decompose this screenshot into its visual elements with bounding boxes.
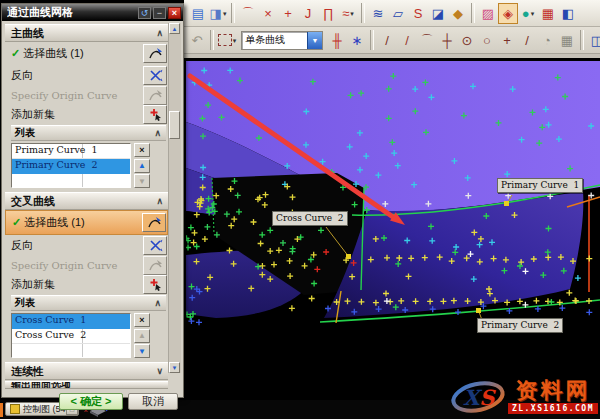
- grid-snap-icon[interactable]: ▦: [557, 30, 577, 51]
- section-primary-curves[interactable]: 主曲线 ∧: [5, 24, 168, 42]
- intersection-point-icon[interactable]: ╫: [327, 30, 347, 51]
- cross-select-curve-row[interactable]: ✓ 选择曲线 (1): [5, 210, 168, 235]
- move-down-button[interactable]: ▼: [134, 174, 150, 188]
- origin-curve-label: Specify Origin Curve: [11, 260, 143, 271]
- handle-primary-curve-2[interactable]: [476, 308, 481, 313]
- scroll-up-icon[interactable]: ▲: [169, 23, 180, 34]
- remove-item-button[interactable]: ×: [134, 143, 150, 157]
- cross-curve-2-label[interactable]: Cross Curve 2: [272, 211, 348, 226]
- rectangle-select-icon[interactable]: ▾: [217, 30, 237, 51]
- studio-surface-icon[interactable]: ▨: [478, 3, 498, 24]
- primary-select-curve-row[interactable]: ✓ 选择曲线 (1): [5, 42, 168, 65]
- join-curve-icon[interactable]: ⌒: [238, 3, 258, 24]
- demo-window-icon[interactable]: ▤: [188, 3, 208, 24]
- add-new-set-button[interactable]: [143, 275, 167, 294]
- dialog-scrollbar[interactable]: ▲ ▼: [168, 23, 181, 373]
- graphics-viewport[interactable]: Cross Curve 2Primary Curve 1Primary Curv…: [186, 58, 600, 400]
- handle-primary-curve-1[interactable]: [504, 201, 509, 206]
- primary-curve-list[interactable]: Primary Curve 1Primary Curve 2: [11, 143, 131, 188]
- snap-point-icon[interactable]: ∗: [347, 30, 367, 51]
- primary-list-header[interactable]: 列表 ∧: [11, 125, 166, 141]
- cross-curve-list[interactable]: Cross Curve 1Cross Curve 2: [11, 313, 131, 358]
- n-sided-surface-icon[interactable]: ◆: [448, 3, 468, 24]
- list-item[interactable]: Primary Curve 1: [12, 144, 130, 159]
- ok-button[interactable]: < 确定 >: [59, 393, 123, 410]
- section-continuity[interactable]: 连续性 ∨: [5, 362, 168, 380]
- through-curve-mesh-icon[interactable]: ◈: [498, 3, 518, 24]
- scroll-thumb[interactable]: [169, 111, 180, 139]
- ruled-surface-icon[interactable]: ▱: [388, 3, 408, 24]
- section-output-surface[interactable]: 输出曲面选项: [5, 381, 168, 389]
- section-cross-curves[interactable]: 交叉曲线 ∧: [5, 192, 168, 210]
- scroll-down-icon[interactable]: ▼: [169, 362, 180, 373]
- reverse-direction-button[interactable]: [143, 66, 167, 85]
- list-item[interactable]: Cross Curve 1: [12, 314, 130, 329]
- datum-plane-icon[interactable]: ◫: [587, 30, 600, 51]
- point-on-surface-snap-icon[interactable]: ◔: [537, 30, 557, 51]
- through-curve-mesh-dialog: 通过曲线网格 ↺ − × 主曲线 ∧ ✓ 选择曲线 (1) 反向: [1, 3, 184, 398]
- handle-cross-curve-2[interactable]: [346, 254, 351, 259]
- dropdown-caret-icon[interactable]: ▾: [531, 3, 535, 24]
- collapse-icon[interactable]: ∧: [156, 28, 163, 38]
- through-curves-icon[interactable]: ≋: [368, 3, 388, 24]
- quadrant-snap-icon[interactable]: ┼: [437, 30, 457, 51]
- trimmed-sheet-icon[interactable]: ◧: [558, 3, 578, 24]
- move-down-button[interactable]: ▼: [134, 344, 150, 358]
- toolbar-separator: [370, 30, 374, 50]
- expand-icon[interactable]: ∨: [156, 366, 163, 376]
- offset-curve-icon[interactable]: ≈▾: [338, 3, 358, 24]
- swept-icon[interactable]: S: [408, 3, 428, 24]
- sphere-icon[interactable]: ●▾: [518, 3, 538, 24]
- bridge-curve-icon[interactable]: J: [298, 3, 318, 24]
- section-surface-icon[interactable]: ◪: [428, 3, 448, 24]
- cancel-button[interactable]: 取消: [128, 393, 178, 410]
- toolbar-separator: [580, 30, 584, 50]
- cross-origin-row: Specify Origin Curve: [5, 255, 168, 275]
- extrude-icon[interactable]: ◨▾: [208, 3, 228, 24]
- cross-list-header[interactable]: 列表 ∧: [11, 295, 166, 311]
- center-snap-icon[interactable]: ⊙: [457, 30, 477, 51]
- circle-snap-icon[interactable]: ○: [477, 30, 497, 51]
- section-label: 输出曲面选项: [11, 381, 71, 389]
- toolbar-row-1: ▤◨▾⌒×+J∏≈▾≋▱S◪◆▨◈●▾▦◧: [184, 0, 600, 27]
- dropdown-caret-icon[interactable]: ▾: [350, 3, 354, 24]
- intersection-snap-icon[interactable]: +: [497, 30, 517, 51]
- dialog-titlebar[interactable]: 通过曲线网格 ↺ − ×: [2, 4, 183, 21]
- arc-snap-icon[interactable]: ⌒: [417, 30, 437, 51]
- add-plus-icon: [148, 108, 163, 121]
- remove-item-button[interactable]: ×: [134, 313, 150, 327]
- midpoint-snap-icon[interactable]: /: [397, 30, 417, 51]
- curve-intersect-icon[interactable]: ×: [258, 3, 278, 24]
- origin-curve-label: Specify Origin Curve: [11, 90, 143, 101]
- dialog-minimize-button[interactable]: −: [153, 7, 166, 19]
- point-on-curve-snap-icon[interactable]: /: [517, 30, 537, 51]
- collapse-icon[interactable]: ∧: [154, 128, 161, 138]
- dialog-reset-button[interactable]: ↺: [138, 7, 151, 19]
- checkmark-icon: ✓: [11, 47, 20, 60]
- primary-curve-1-label[interactable]: Primary Curve 1: [497, 178, 583, 193]
- list-item[interactable]: Cross Curve 2: [12, 329, 130, 344]
- dropdown-arrow-icon[interactable]: ▼: [307, 32, 322, 49]
- trim-curve-icon[interactable]: +: [278, 3, 298, 24]
- dropdown-caret-icon[interactable]: ▾: [223, 3, 227, 24]
- selection-scope-select[interactable]: 单条曲线▼: [241, 31, 323, 50]
- collapse-icon[interactable]: ∧: [154, 298, 161, 308]
- project-curve-icon[interactable]: ∏: [318, 3, 338, 24]
- endpoint-snap-icon[interactable]: /: [377, 30, 397, 51]
- dialog-close-icon[interactable]: ×: [168, 7, 181, 19]
- spline-undo-icon[interactable]: ↶: [187, 30, 207, 51]
- origin-curve-icon: [148, 259, 163, 272]
- reverse-direction-button[interactable]: [143, 236, 167, 255]
- primary-curve-2-label[interactable]: Primary Curve 2: [477, 318, 563, 333]
- add-new-set-button[interactable]: [143, 105, 167, 124]
- section-label: 连续性: [11, 364, 44, 379]
- collapse-icon[interactable]: ∧: [156, 196, 163, 206]
- select-curve-button[interactable]: [143, 44, 167, 63]
- watermark-name: 资料网: [515, 380, 590, 402]
- list-item[interactable]: Primary Curve 2: [12, 159, 130, 174]
- select-curve-button[interactable]: [142, 213, 166, 232]
- specify-origin-curve-button: [143, 256, 167, 275]
- move-up-button[interactable]: ▲: [134, 329, 150, 343]
- move-up-button[interactable]: ▲: [134, 159, 150, 173]
- thicken-icon[interactable]: ▦: [538, 3, 558, 24]
